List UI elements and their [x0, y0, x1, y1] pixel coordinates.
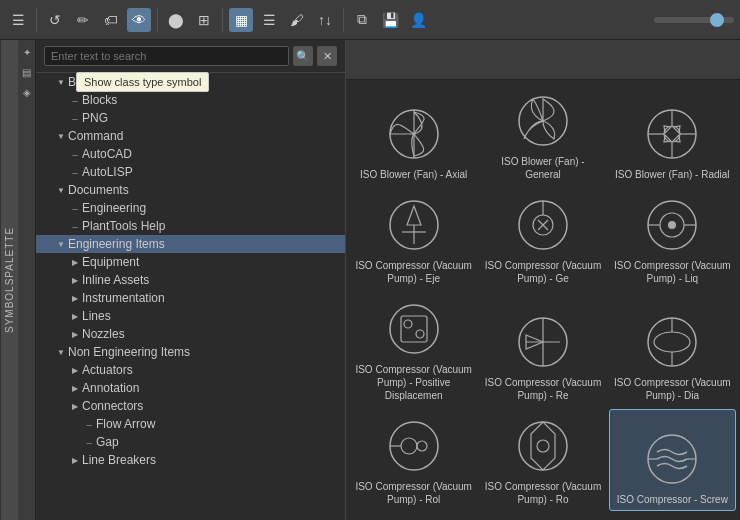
tree-item-instrumentation[interactable]: Instrumentation — [36, 289, 345, 307]
symbol-svg — [516, 94, 570, 148]
symbol-item[interactable]: ISO Compressor (Vacuum Pump) - Ge — [479, 188, 606, 290]
symbol-grid: ISO Blower (Fan) - Axial ISO Blower (Fan… — [346, 80, 740, 520]
symbol-item[interactable]: ISO Compressor (Vacuum Pump) - Rol — [350, 409, 477, 511]
symbol-icon — [513, 195, 573, 255]
tree-item-png[interactable]: PNG — [36, 109, 345, 127]
refresh-icon[interactable]: ↺ — [43, 8, 67, 32]
expand-icon — [68, 381, 82, 395]
circle-icon[interactable]: ⬤ — [164, 8, 188, 32]
svg-point-36 — [537, 440, 549, 452]
symbol-item[interactable]: ISO Compressor (Vacuum Pump) — [350, 513, 477, 520]
tree-item-flow-arrow[interactable]: Flow Arrow — [36, 415, 345, 433]
zoom-slider[interactable] — [654, 17, 734, 23]
left-icon-1[interactable]: ✦ — [19, 44, 35, 60]
search-button[interactable]: 🔍 — [293, 46, 313, 66]
eye-icon[interactable]: 👁 — [127, 8, 151, 32]
symbol-svg — [516, 419, 570, 473]
tree-item-autocad[interactable]: AutoCAD — [36, 145, 345, 163]
sidebar-label: SYMBOLSPALETTE — [0, 40, 18, 520]
tree-item-connectors[interactable]: Connectors — [36, 397, 345, 415]
symbol-item[interactable]: ISO Blower (Fan) - General — [479, 84, 606, 186]
symbol-item[interactable]: ISO Compressor (Vacuum Pump) - Liq — [609, 188, 736, 290]
symbol-icon — [384, 416, 444, 476]
symbol-grid-scroll[interactable]: ISO Blower (Fan) - Axial ISO Blower (Fan… — [346, 80, 740, 520]
tree-label: Non Engineering Items — [68, 345, 190, 359]
symbol-item[interactable]: ISO Compressor - Screw — [609, 409, 736, 511]
grid-icon[interactable]: ⊞ — [192, 8, 216, 32]
symbol-svg — [645, 107, 699, 161]
menu-icon[interactable]: ☰ — [6, 8, 30, 32]
brush-icon[interactable]: 🖌 — [285, 8, 309, 32]
tree-item-nozzles[interactable]: Nozzles — [36, 325, 345, 343]
tree-item-annotation[interactable]: Annotation — [36, 379, 345, 397]
symbol-icon — [513, 312, 573, 372]
symbol-name: ISO Compressor (Vacuum Pump) - Re — [484, 376, 601, 402]
save-icon[interactable]: 💾 — [378, 8, 402, 32]
tree-label: Actuators — [82, 363, 133, 377]
symbol-item[interactable]: ISO Compressor Capsule — [479, 513, 606, 520]
symbol-icon — [642, 429, 702, 489]
expand-icon — [54, 237, 68, 251]
tree-label: Nozzles — [82, 327, 125, 341]
symbol-item[interactable]: ISO Compressor (Vacuum Pump) - Ro — [479, 409, 606, 511]
tree-item-actuators[interactable]: Actuators — [36, 361, 345, 379]
tree-label: Instrumentation — [82, 291, 165, 305]
symbol-item[interactable]: ISO Compressor (Vacuum Pump) - Re — [479, 292, 606, 407]
tag-icon[interactable]: 🏷 — [99, 8, 123, 32]
svg-point-22 — [404, 320, 412, 328]
expand-icon — [54, 75, 68, 89]
expand-icon — [68, 219, 82, 233]
symbol-icon — [513, 91, 573, 151]
pencil-icon[interactable]: ✏ — [71, 8, 95, 32]
tree-item-command[interactable]: Command — [36, 127, 345, 145]
layers-icon[interactable]: ⧉ — [350, 8, 374, 32]
left-icon-2[interactable]: ▤ — [19, 64, 35, 80]
tree-item-documents[interactable]: Documents — [36, 181, 345, 199]
tree-item-autolisp[interactable]: AutoLISP — [36, 163, 345, 181]
tree-item-planttools-help[interactable]: PlantTools Help — [36, 217, 345, 235]
sep2 — [157, 8, 158, 32]
sep1 — [36, 8, 37, 32]
left-icon-3[interactable]: ◈ — [19, 84, 35, 100]
tree-item-engineering[interactable]: Engineering — [36, 199, 345, 217]
symbol-svg — [387, 107, 441, 161]
expand-icon — [82, 435, 96, 449]
tree-item-gap[interactable]: Gap — [36, 433, 345, 451]
svg-rect-21 — [401, 316, 427, 342]
left-toolbar: ✦ ▤ ◈ — [18, 40, 36, 520]
symbol-item[interactable]: ISO Blower (Fan) - Radial — [609, 84, 736, 186]
main-area: SYMBOLSPALETTE ✦ ▤ ◈ 🔍 ✕ Show class type… — [0, 40, 740, 520]
symbol-icon — [384, 299, 444, 359]
symbol-item[interactable]: ISO Compressor (Vacuum Pump) - Dia — [609, 292, 736, 407]
symbol-item[interactable]: ISO Compressor (Vacuum Pump) - Eje — [350, 188, 477, 290]
tree-item-non-engineering-items[interactable]: Non Engineering Items — [36, 343, 345, 361]
expand-icon — [68, 255, 82, 269]
search-input[interactable] — [44, 46, 289, 66]
tree-label: PlantTools Help — [82, 219, 165, 233]
tree-item-equipment[interactable]: Equipment — [36, 253, 345, 271]
user-icon[interactable]: 👤 — [406, 8, 430, 32]
clear-button[interactable]: ✕ — [317, 46, 337, 66]
tree-item-inline-assets[interactable]: Inline Assets — [36, 271, 345, 289]
svg-point-33 — [417, 441, 427, 451]
tree-item-lines[interactable]: Lines — [36, 307, 345, 325]
content-panel: ISO Blower (Fan) - Axial ISO Blower (Fan… — [346, 40, 740, 520]
symbol-name: ISO Compressor (Vacuum Pump) - Ro — [484, 480, 601, 506]
symbol-item[interactable]: ISO Compressor Piston — [609, 513, 736, 520]
view-icon[interactable]: ▦ — [229, 8, 253, 32]
symbol-svg — [516, 198, 570, 252]
symbol-name: ISO Compressor (Vacuum Pump) - Positive … — [355, 363, 472, 402]
tree-scroll[interactable]: Blocks and ImagesBlocksPNGCommandAutoCAD… — [36, 73, 345, 520]
sort-icon[interactable]: ↑↓ — [313, 8, 337, 32]
symbol-icon — [513, 416, 573, 476]
tree-item-blocks[interactable]: Blocks — [36, 91, 345, 109]
symbol-svg — [645, 198, 699, 252]
symbol-item[interactable]: ISO Blower (Fan) - Axial — [350, 84, 477, 186]
tree-label: Engineering — [82, 201, 146, 215]
symbol-item[interactable]: ISO Compressor (Vacuum Pump) - Positive … — [350, 292, 477, 407]
list-icon[interactable]: ☰ — [257, 8, 281, 32]
symbol-icon — [384, 195, 444, 255]
tree-label: PNG — [82, 111, 108, 125]
tree-item-line-breakers[interactable]: Line Breakers — [36, 451, 345, 469]
tree-item-engineering-items[interactable]: Engineering Items — [36, 235, 345, 253]
